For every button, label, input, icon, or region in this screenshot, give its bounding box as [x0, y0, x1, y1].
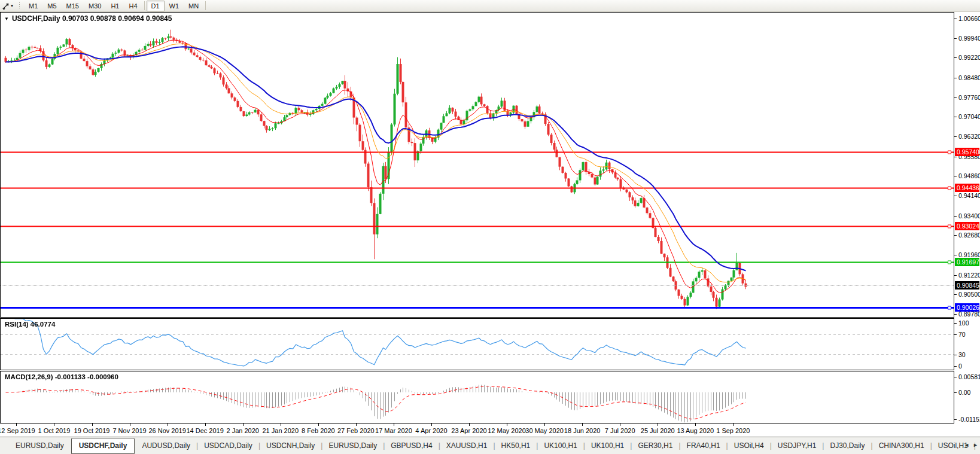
timeframe-button-h1[interactable]: H1: [106, 1, 124, 11]
chart-tab-usdcad-daily[interactable]: USDCAD,Daily: [197, 439, 260, 453]
date-tick-mark: [620, 423, 620, 426]
date-tick-label: 14 Dec 2019: [186, 427, 223, 434]
date-tick-mark: [205, 423, 206, 426]
toolbar-grip[interactable]: [18, 2, 22, 10]
chart-tab-ger30-h1[interactable]: GER30,H1: [631, 439, 680, 453]
date-tick-label: 1 Sep 2020: [716, 427, 750, 434]
date-tick-mark: [54, 423, 54, 426]
date-tick-mark: [469, 423, 470, 426]
timeframe-button-m1[interactable]: M1: [24, 1, 42, 11]
chart-tab-fra40-h1[interactable]: FRA40,H1: [680, 439, 728, 453]
date-tick-mark: [92, 423, 93, 426]
price-tick-mark: [954, 196, 957, 196]
macd-scale-tick: 0.005818: [958, 373, 980, 380]
macd-scale-tick-mark: [954, 392, 957, 393]
date-tick-label: 23 Apr 2020: [451, 427, 486, 434]
date-tick-label: 7 Jul 2020: [605, 427, 635, 434]
date-tick-label: 12 Sep 2019: [0, 427, 35, 434]
rsi-scale-tick-mark: [954, 355, 957, 355]
chart-tab-usdchf-daily[interactable]: USDCHF,Daily: [71, 438, 135, 454]
macd-scale-tick-mark: [954, 419, 957, 420]
timeframe-button-h4[interactable]: H4: [124, 1, 142, 11]
rsi-scale-tick-mark: [954, 334, 957, 335]
chart-tab-eurusd-daily[interactable]: EURUSD,Daily: [321, 439, 384, 453]
price-tick-mark: [954, 176, 957, 176]
date-tick-label: 19 Oct 2019: [74, 427, 110, 434]
date-tick-mark: [356, 423, 357, 426]
date-tick-mark: [431, 423, 432, 426]
price-tick-mark: [954, 117, 957, 117]
price-tick: 0.97040: [958, 113, 980, 120]
date-tick-mark: [130, 423, 130, 426]
chart-tab-china300-h1[interactable]: CHINA300,H1: [872, 439, 932, 453]
date-tick-label: 17 Mar 2020: [375, 427, 412, 434]
dropdown-caret-icon: ▾: [11, 4, 13, 8]
date-tick-mark: [243, 423, 244, 426]
time-scale[interactable]: 12 Sep 20191 Oct 201919 Oct 20197 Nov 20…: [0, 423, 954, 436]
level-price-badge: 0.95740: [955, 148, 979, 156]
date-tick-label: 4 Apr 2020: [415, 427, 447, 434]
price-tick-mark: [954, 275, 957, 276]
date-tick-mark: [582, 423, 583, 426]
level-price-badge: 0.91697: [955, 258, 979, 266]
timeframe-toolbar: ▾ M1M5M15M30H1H4D1W1MN: [0, 0, 980, 12]
chart-tab-uk100-h1[interactable]: UK100,H1: [537, 439, 584, 453]
chart-tab-gbpusd-h4[interactable]: GBPUSD,H4: [384, 439, 439, 453]
price-tick: 0.96320: [958, 133, 980, 140]
level-price-badge: 0.94436: [955, 184, 979, 192]
level-price-badge: 0.90026: [955, 303, 979, 312]
chart-tabbar: EURUSD,DailyUSDCHF,DailyAUDUSD,Daily|USD…: [0, 437, 980, 454]
chart-tab-dj30-daily[interactable]: DJ30,Daily: [823, 439, 872, 453]
timeframe-button-m30[interactable]: M30: [84, 1, 106, 11]
date-tick-mark: [658, 423, 658, 426]
price-tick-mark: [954, 314, 957, 315]
price-tick: 0.91220: [958, 272, 980, 279]
chart-tab-hk50-h1[interactable]: HK50,H1: [494, 439, 538, 453]
rsi-scale-tick: 0: [958, 362, 962, 370]
level-price-badge: 0.93024: [955, 222, 979, 230]
date-tick-mark: [318, 423, 319, 426]
date-tick-mark: [168, 423, 168, 426]
chart-cursor-tool-button[interactable]: ▾: [0, 1, 16, 11]
timeframe-button-m15[interactable]: M15: [62, 1, 84, 11]
price-tick-mark: [954, 157, 957, 157]
price-chart-canvas[interactable]: [1, 13, 954, 317]
macd-scale-tick: -0.011514: [958, 416, 980, 423]
chart-tab-xauusd-h1[interactable]: XAUUSD,H1: [439, 439, 495, 453]
timeframe-button-d1[interactable]: D1: [147, 1, 165, 11]
price-tick: 0.94140: [958, 192, 980, 199]
rsi-scale-tick: 70: [958, 331, 966, 338]
macd-scale-tick: 0.00: [958, 389, 970, 396]
chart-tab-usdjpy-h1[interactable]: USDJPY,H1: [771, 439, 823, 453]
timeframe-button-m5[interactable]: M5: [42, 1, 61, 11]
chart-tab-uk100-h1[interactable]: UK100,H1: [584, 439, 631, 453]
rsi-scale-tick-mark: [954, 323, 957, 324]
rsi-scale-tick-mark: [954, 366, 957, 367]
date-tick-label: 8 Feb 2020: [302, 427, 335, 434]
macd-scale-tick-mark: [954, 377, 957, 377]
rsi-indicator-label: RSI(14) 46.0774: [5, 321, 55, 328]
date-tick-mark: [281, 423, 281, 426]
timeframe-button-mn[interactable]: MN: [184, 1, 203, 11]
rsi-chart-canvas[interactable]: [1, 319, 954, 370]
chart-cursor-icon: [2, 2, 10, 10]
timeframe-button-w1[interactable]: W1: [165, 1, 184, 11]
chart-tab-audusd-daily[interactable]: AUDUSD,Daily: [135, 439, 197, 453]
macd-chart-canvas[interactable]: [1, 371, 954, 423]
rsi-scale-tick: 100: [958, 319, 969, 327]
chart-tab-usoil-h4[interactable]: USOil,H4: [727, 439, 771, 453]
date-tick-mark: [394, 423, 394, 426]
date-tick-label: 18 Jun 2020: [564, 427, 601, 434]
chart-tab-usdcnh-daily[interactable]: USDCNH,Daily: [259, 439, 322, 453]
date-tick-label: 2 Jan 2020: [226, 427, 258, 434]
price-tick: 0.98480: [958, 74, 980, 81]
chart-tab-eurusd-daily[interactable]: EURUSD,Daily: [8, 439, 71, 453]
price-tick-mark: [954, 38, 957, 39]
price-tick-mark: [954, 19, 957, 19]
date-tick-mark: [733, 423, 734, 426]
price-tick-mark: [954, 136, 957, 137]
price-tick: 0.92680: [958, 231, 980, 239]
price-scale[interactable]: 1.006600.999400.992200.984800.977600.970…: [954, 0, 980, 454]
date-tick-mark: [16, 423, 17, 426]
price-tick: 0.97760: [958, 94, 980, 101]
